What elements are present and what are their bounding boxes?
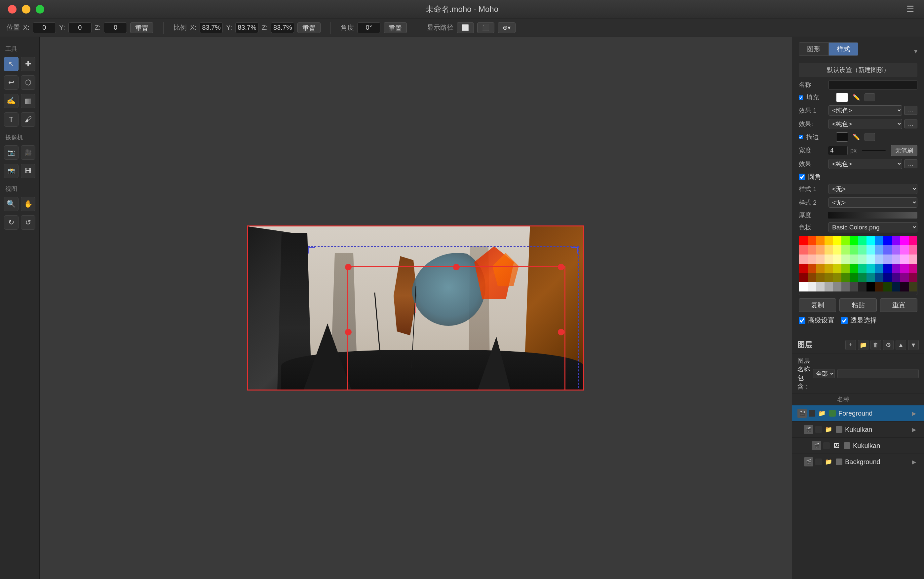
filter-input[interactable] <box>837 369 919 378</box>
camera-tool-4[interactable]: 🎞 <box>21 164 35 178</box>
pen-tool[interactable]: ✍ <box>4 94 18 108</box>
view-row-1: 🔍 ✋ <box>0 195 39 213</box>
rotate-tool[interactable]: ↻ <box>4 215 18 230</box>
layer-settings-btn[interactable]: ⚙ <box>883 340 894 350</box>
effect1-more-btn[interactable]: … <box>904 106 917 115</box>
width-input[interactable] <box>828 146 848 155</box>
thickness-bar <box>828 212 917 219</box>
transform-button[interactable]: ⊕▾ <box>498 23 515 33</box>
paste-frame-button[interactable]: ⬛ <box>477 23 494 33</box>
tab-shape[interactable]: 图形 <box>799 42 829 56</box>
canvas-content[interactable] <box>247 226 584 391</box>
reset-style-btn[interactable]: 重置 <box>880 298 917 312</box>
foreground-expand[interactable]: ▶ <box>912 411 919 417</box>
x-label: X: <box>23 24 30 31</box>
seg-orange <box>816 236 824 245</box>
kukulkan-group-vis-btn[interactable] <box>815 426 822 433</box>
name-input[interactable] <box>829 80 917 90</box>
camera-tool-2[interactable]: 🎥 <box>21 145 35 160</box>
effect-stroke-more-btn[interactable]: … <box>904 159 917 168</box>
move-tool[interactable]: ↖ <box>4 57 18 71</box>
scale-y-input[interactable] <box>235 23 258 33</box>
reset-angle-button[interactable]: 重置 <box>384 23 407 33</box>
scale-y-label: Y: <box>226 24 232 31</box>
text-tool[interactable]: T <box>4 112 18 127</box>
fill-pencil-icon[interactable]: ✏️ <box>853 94 860 101</box>
layer-folder-btn[interactable]: 📁 <box>858 340 868 350</box>
stroke-extra-btn[interactable] <box>865 133 875 141</box>
kukulkan-group-expand[interactable]: ▶ <box>912 427 919 433</box>
effect-stroke-select[interactable]: <纯色> <box>829 159 902 169</box>
advanced-checkbox[interactable] <box>799 317 805 324</box>
layer-delete-btn[interactable]: 🗑 <box>870 340 881 350</box>
background-vis-btn[interactable] <box>815 458 822 465</box>
kukulkan-group-color <box>836 426 842 433</box>
fill-checkbox[interactable] <box>799 95 803 100</box>
reset-view-tool[interactable]: ↺ <box>21 215 35 230</box>
scale-z-input[interactable] <box>271 23 294 33</box>
layer-background[interactable]: 🎬 📁 Background ▶ <box>792 454 924 470</box>
transparent-checkbox[interactable] <box>841 317 848 324</box>
paste-btn[interactable]: 粘贴 <box>839 298 877 312</box>
stroke-checkbox[interactable] <box>799 135 803 139</box>
display-group: 显示路径 ⬜ ⬛ ⊕▾ <box>427 23 515 33</box>
effect1-label: 效果 1 <box>799 106 825 115</box>
view-title: 视图 <box>0 183 39 195</box>
style2-select[interactable]: <无> <box>829 197 917 208</box>
layer-up-btn[interactable]: ▲ <box>896 340 906 350</box>
z-input[interactable] <box>104 23 127 33</box>
copy-frame-button[interactable]: ⬜ <box>457 23 474 33</box>
fill-color-swatch[interactable] <box>836 93 848 102</box>
paint-tool[interactable]: 🖌 <box>21 112 35 127</box>
window-controls <box>8 5 44 13</box>
angle-group: 角度 重置 <box>341 23 407 33</box>
effect2-more-btn[interactable]: … <box>904 119 917 128</box>
minimize-button[interactable] <box>22 5 30 13</box>
kukulkan-layer-anim-btn[interactable]: 🎬 <box>812 441 821 450</box>
add-tool[interactable]: ✚ <box>21 57 35 71</box>
layer-kukulkan-layer[interactable]: 🎬 🖼 Kukulkan <box>792 438 924 454</box>
camera-tool-3[interactable]: 📸 <box>4 164 18 178</box>
tab-style[interactable]: 样式 <box>829 42 858 56</box>
angle-input[interactable] <box>357 23 381 33</box>
kukulkan-layer-vis-btn[interactable] <box>823 442 830 449</box>
layer-add-btn[interactable]: + <box>845 340 856 350</box>
z-label: Z: <box>95 24 101 31</box>
colorboard-select[interactable]: Basic Colors.png <box>829 222 917 232</box>
effect1-select[interactable]: <纯色> <box>829 105 902 116</box>
corner-checkbox[interactable] <box>799 173 805 180</box>
stroke-pencil-icon[interactable]: ✏️ <box>853 133 860 141</box>
reset-position-button[interactable]: 重置 <box>130 23 153 33</box>
camera-tool-1[interactable]: 📷 <box>4 145 18 160</box>
divider3 <box>417 22 417 34</box>
layer-foreground[interactable]: 🎬 📁 Foreground ▶ <box>792 406 924 422</box>
fill-extra-btn[interactable] <box>865 93 875 101</box>
x-input[interactable] <box>33 23 56 33</box>
zoom-tool[interactable]: 🔍 <box>4 197 18 211</box>
shape-tool[interactable]: ⬡ <box>21 75 35 90</box>
background-anim-btn[interactable]: 🎬 <box>804 457 813 466</box>
filter-type-select[interactable]: 全部 <box>813 369 835 378</box>
scale-x-input[interactable] <box>200 23 223 33</box>
layer-name-header: 名称 <box>837 395 919 404</box>
menu-icon[interactable]: ☰ <box>906 4 914 14</box>
background-expand[interactable]: ▶ <box>912 459 919 465</box>
pan-tool[interactable]: ✋ <box>21 197 35 211</box>
effect2-select[interactable]: <纯色> <box>829 119 902 129</box>
undo-tool[interactable]: ↩ <box>4 75 18 90</box>
fill-tool[interactable]: ▦ <box>21 94 35 108</box>
copy-btn[interactable]: 复制 <box>799 298 836 312</box>
y-input[interactable] <box>68 23 92 33</box>
close-button[interactable] <box>8 5 16 13</box>
stroke-color-swatch[interactable] <box>836 132 848 142</box>
layer-down-btn[interactable]: ▼ <box>908 340 919 350</box>
foreground-anim-btn[interactable]: 🎬 <box>798 409 807 418</box>
width-unit: px <box>850 147 857 154</box>
layer-kukulkan-group[interactable]: 🎬 📁 Kukulkan ▶ <box>792 422 924 438</box>
kukulkan-group-anim-btn[interactable]: 🎬 <box>804 425 813 434</box>
canvas-area <box>39 37 792 579</box>
foreground-vis-btn[interactable] <box>809 410 815 417</box>
reset-scale-button[interactable]: 重置 <box>297 23 320 33</box>
style1-select[interactable]: <无> <box>829 184 917 194</box>
maximize-button[interactable] <box>36 5 44 13</box>
